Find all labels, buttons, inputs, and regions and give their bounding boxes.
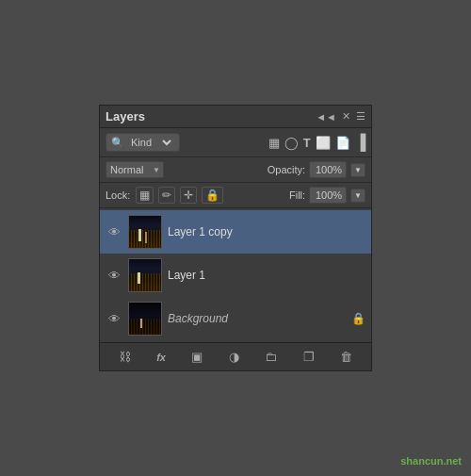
layer-locked-icon: 🔒 bbox=[351, 312, 365, 325]
brand-suffix: .net bbox=[443, 455, 462, 467]
blend-mode-wrapper[interactable]: Normal Dissolve Multiply Screen Overlay bbox=[106, 161, 164, 178]
layer-thumbnail bbox=[128, 302, 162, 336]
adjustment-filter-icon[interactable]: ▐ bbox=[355, 134, 365, 151]
watermark: shancun.net bbox=[400, 455, 462, 467]
layers-panel: Layers ◄◄ ✕ ☰ 🔍 Kind Name Effect Mode ▦ … bbox=[99, 105, 372, 371]
layer-visibility-toggle[interactable]: 👁 bbox=[106, 312, 122, 326]
circle-filter-icon[interactable]: ◯ bbox=[284, 136, 299, 150]
opacity-group: Opacity: 100% ▼ bbox=[268, 161, 365, 178]
lock-transparent-icon[interactable]: ▦ bbox=[136, 187, 154, 204]
opacity-value[interactable]: 100% bbox=[309, 161, 347, 178]
adjustment-icon[interactable]: ◑ bbox=[225, 348, 243, 366]
fill-group: Fill: 100% ▼ bbox=[289, 187, 365, 204]
lock-fill-row: Lock: ▦ ✏ ✛ 🔒 Fill: 100% ▼ bbox=[100, 183, 371, 208]
blend-opacity-row: Normal Dissolve Multiply Screen Overlay … bbox=[100, 157, 371, 183]
shape-filter-icon[interactable]: ⬜ bbox=[316, 136, 331, 150]
filter-icons: ▦ ◯ T ⬜ 📄 ▐ bbox=[185, 134, 365, 151]
new-layer-icon[interactable]: ❐ bbox=[300, 348, 318, 366]
lock-image-icon[interactable]: ✏ bbox=[158, 187, 175, 204]
lock-all-icon[interactable]: 🔒 bbox=[202, 187, 223, 204]
layer-name: Layer 1 copy bbox=[168, 225, 365, 238]
brand-name: shancun bbox=[400, 455, 443, 467]
fill-value[interactable]: 100% bbox=[309, 187, 347, 204]
layer-visibility-toggle[interactable]: 👁 bbox=[106, 225, 122, 239]
search-icon: 🔍 bbox=[111, 137, 124, 149]
search-box[interactable]: 🔍 Kind Name Effect Mode bbox=[106, 133, 180, 152]
table-row[interactable]: 👁 Background 🔒 bbox=[100, 297, 371, 340]
mask-icon[interactable]: ▣ bbox=[187, 348, 206, 366]
layer-visibility-toggle[interactable]: 👁 bbox=[106, 269, 122, 283]
fx-icon[interactable]: fx bbox=[153, 350, 170, 365]
smart-filter-icon[interactable]: 📄 bbox=[335, 136, 350, 150]
panel-titlebar: Layers ◄◄ ✕ ☰ bbox=[100, 106, 371, 128]
table-row[interactable]: 👁 Layer 1 bbox=[100, 254, 371, 297]
titlebar-icons: ◄◄ ✕ ☰ bbox=[316, 110, 365, 123]
fill-dropdown-arrow[interactable]: ▼ bbox=[350, 189, 365, 203]
fill-label: Fill: bbox=[289, 189, 305, 201]
bottom-action-bar: ⛓ fx ▣ ◑ 🗀 ❐ 🗑 bbox=[100, 342, 371, 370]
text-filter-icon[interactable]: T bbox=[303, 136, 311, 150]
kind-select[interactable]: Kind Name Effect Mode bbox=[127, 136, 174, 149]
panel-menu-icon[interactable]: ☰ bbox=[356, 110, 365, 123]
layer-thumbnail bbox=[128, 215, 162, 249]
opacity-dropdown-arrow[interactable]: ▼ bbox=[350, 163, 365, 177]
table-row[interactable]: 👁 Layer 1 copy bbox=[100, 210, 371, 254]
layers-list: 👁 Layer 1 copy 👁 Layer 1 bbox=[100, 208, 371, 342]
layer-thumbnail bbox=[128, 258, 162, 292]
layer-name: Background bbox=[168, 312, 346, 325]
collapse-icon[interactable]: ◄◄ bbox=[316, 111, 336, 123]
lock-label: Lock: bbox=[106, 189, 130, 201]
pixel-filter-icon[interactable]: ▦ bbox=[268, 136, 280, 150]
opacity-label: Opacity: bbox=[268, 164, 305, 175]
lock-icons: ▦ ✏ ✛ 🔒 bbox=[136, 187, 223, 204]
lock-position-icon[interactable]: ✛ bbox=[180, 187, 197, 204]
close-icon[interactable]: ✕ bbox=[342, 110, 350, 123]
panel-title: Layers bbox=[106, 109, 145, 123]
filter-toolbar: 🔍 Kind Name Effect Mode ▦ ◯ T ⬜ 📄 ▐ bbox=[100, 128, 371, 157]
blend-mode-select[interactable]: Normal Dissolve Multiply Screen Overlay bbox=[106, 161, 164, 178]
layer-name: Layer 1 bbox=[168, 269, 365, 282]
link-icon[interactable]: ⛓ bbox=[115, 348, 135, 366]
trash-icon[interactable]: 🗑 bbox=[336, 348, 356, 366]
folder-icon[interactable]: 🗀 bbox=[261, 348, 281, 366]
